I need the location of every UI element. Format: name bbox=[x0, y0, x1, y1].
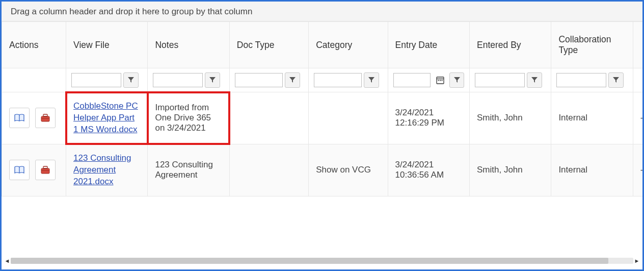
svg-rect-3 bbox=[440, 80, 441, 81]
delete-action-button[interactable] bbox=[35, 108, 56, 128]
filter-cell-category bbox=[309, 68, 388, 92]
view-action-button[interactable] bbox=[9, 108, 30, 128]
filter-input-view-file[interactable] bbox=[71, 73, 121, 87]
filter-cell-notes bbox=[148, 68, 229, 92]
filter-input-entry-date[interactable] bbox=[393, 73, 431, 87]
cell-actions bbox=[2, 144, 66, 196]
filter-cell-entered-by bbox=[470, 68, 551, 92]
col-header-view-file[interactable]: View File bbox=[66, 22, 148, 68]
cell-entry-date: 3/24/2021 10:36:56 AM bbox=[388, 144, 469, 196]
scroll-right-icon[interactable]: ► bbox=[633, 257, 640, 264]
app-frame: Drag a column header and drop it here to… bbox=[0, 0, 644, 271]
group-by-drop-zone[interactable]: Drag a column header and drop it here to… bbox=[2, 2, 642, 21]
file-link[interactable]: 123 Consulting Agreement 2021.docx bbox=[73, 153, 131, 186]
horizontal-scrollbar[interactable]: ◄ ► bbox=[4, 256, 640, 265]
book-icon bbox=[14, 166, 24, 174]
scroll-thumb[interactable] bbox=[11, 258, 608, 264]
cell-entered-by: Smith, John bbox=[470, 144, 551, 196]
filter-input-entered-by[interactable] bbox=[475, 73, 525, 87]
cell-extra: - bbox=[633, 144, 642, 196]
cell-view-file: CobbleStone PC Helper App Part 1 MS Word… bbox=[66, 92, 148, 144]
cell-doc-type bbox=[229, 92, 308, 144]
cell-notes: Imported from One Drive 365 on 3/24/2021 bbox=[148, 92, 229, 144]
filter-icon[interactable] bbox=[449, 72, 464, 88]
svg-rect-2 bbox=[438, 80, 439, 81]
filter-input-collab-type[interactable] bbox=[556, 73, 606, 87]
scroll-left-icon[interactable]: ◄ bbox=[4, 257, 11, 264]
cell-doc-type bbox=[229, 144, 308, 196]
table-row: 123 Consulting Agreement 2021.docx 123 C… bbox=[2, 144, 643, 196]
filter-cell-collab-type bbox=[551, 68, 633, 92]
cell-collab-type: Internal bbox=[551, 92, 633, 144]
filter-cell-doc-type bbox=[229, 68, 308, 92]
col-header-category[interactable]: Category bbox=[309, 22, 388, 68]
cell-category bbox=[309, 92, 388, 144]
cell-view-file: 123 Consulting Agreement 2021.docx bbox=[66, 144, 148, 196]
toolbox-icon bbox=[41, 114, 50, 122]
scroll-track[interactable] bbox=[11, 258, 633, 264]
col-header-extra[interactable] bbox=[633, 22, 642, 68]
col-header-entry-date[interactable]: Entry Date bbox=[388, 22, 469, 68]
cell-actions bbox=[2, 92, 66, 144]
col-header-notes[interactable]: Notes bbox=[148, 22, 229, 68]
col-header-doc-type[interactable]: Doc Type bbox=[229, 22, 308, 68]
filter-input-notes[interactable] bbox=[153, 73, 203, 87]
filter-input-doc-type[interactable] bbox=[235, 73, 283, 87]
view-action-button[interactable] bbox=[9, 160, 30, 180]
calendar-icon[interactable] bbox=[433, 72, 447, 88]
cell-extra: - bbox=[633, 92, 642, 144]
cell-notes: 123 Consulting Agreement bbox=[148, 144, 229, 196]
svg-rect-11 bbox=[43, 166, 47, 168]
delete-action-button[interactable] bbox=[35, 160, 56, 180]
filter-cell-actions bbox=[2, 68, 66, 92]
col-header-collab-type[interactable]: Collaboration Type bbox=[551, 22, 633, 68]
svg-rect-6 bbox=[41, 116, 49, 121]
grid-wrapper: Actions View File Notes Doc Type Categor… bbox=[2, 21, 642, 259]
filter-cell-view-file bbox=[66, 68, 148, 92]
filter-icon[interactable] bbox=[364, 72, 379, 88]
filter-cell-extra bbox=[633, 68, 642, 92]
cell-entry-date: 3/24/2021 12:16:29 PM bbox=[388, 92, 469, 144]
filter-icon[interactable] bbox=[608, 72, 624, 88]
file-link[interactable]: CobbleStone PC Helper App Part 1 MS Word… bbox=[73, 101, 138, 134]
filter-input-category[interactable] bbox=[314, 73, 362, 87]
filter-icon[interactable] bbox=[123, 72, 139, 88]
svg-rect-4 bbox=[441, 80, 442, 81]
filter-cell-entry-date bbox=[388, 68, 469, 92]
col-header-actions[interactable]: Actions bbox=[2, 22, 66, 68]
svg-rect-10 bbox=[41, 168, 49, 174]
svg-rect-7 bbox=[43, 114, 47, 116]
table-row: CobbleStone PC Helper App Part 1 MS Word… bbox=[2, 92, 643, 144]
book-icon bbox=[14, 114, 24, 122]
cell-collab-type: Internal bbox=[551, 144, 633, 196]
filter-icon[interactable] bbox=[285, 72, 300, 88]
filter-icon[interactable] bbox=[527, 72, 542, 88]
cell-category: Show on VCG bbox=[309, 144, 388, 196]
col-header-entered-by[interactable]: Entered By bbox=[470, 22, 551, 68]
filter-icon[interactable] bbox=[205, 72, 220, 88]
cell-entered-by: Smith, John bbox=[470, 92, 551, 144]
toolbox-icon bbox=[41, 166, 50, 174]
documents-table: Actions View File Notes Doc Type Categor… bbox=[2, 21, 642, 196]
